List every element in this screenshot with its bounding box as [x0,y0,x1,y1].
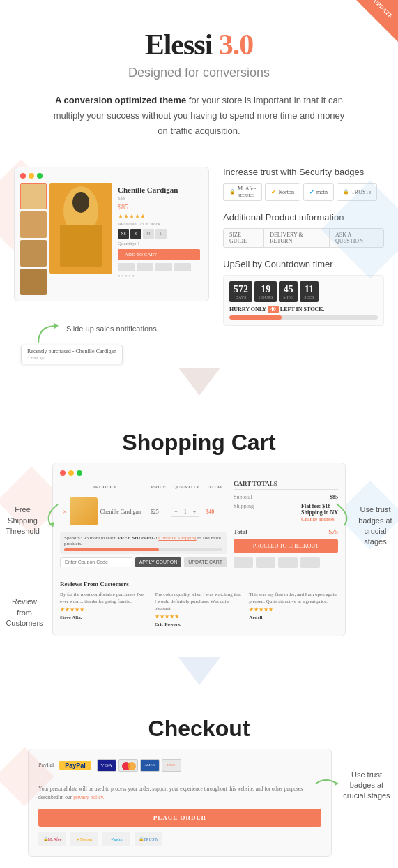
checkout-heading: Checkout [0,695,398,749]
remove-item-btn[interactable]: × [63,508,67,516]
main-product-image [49,183,112,274]
product-section: Chenille Cardigan $$$ $85 ★★★★★ Availabl… [0,153,398,357]
subtotal-value: $85 [330,494,338,500]
free-shipping-arrow [40,501,61,529]
hero-description: A conversion optimized theme for your st… [53,93,346,139]
svg-marker-8 [178,657,220,685]
hero-section: Elessi 3.0 Designed for conversions A co… [0,0,398,153]
privacy-policy-link[interactable]: privacy policy. [73,794,105,800]
badge-mcafee-label: McAfeeSECURE [238,186,256,198]
section-divider-1 [0,357,398,409]
cart-row-1: × Chenille Cardigan $25 − [61,495,225,528]
update-badge-label: UPDATE [372,0,394,20]
cart-browser-dots [60,470,338,476]
cart-content-wrapper: Free Shipping Threshold Use trust badges… [0,463,398,650]
paypal-btn[interactable]: PayPal [59,761,91,770]
thumbnail-column [20,183,47,295]
trust-badges-label: Use trust badges at crucial stages [353,504,398,548]
cart-two-col: PRODUCT PRICE QUANTITY TOTAL [60,480,338,570]
thumbnail-1 [20,183,47,209]
dot-yellow [29,173,34,179]
cart-product-img [70,497,98,525]
add-to-cart-btn[interactable]: ADD TO CART [118,249,200,260]
cart-total-row: Total $75 [234,525,338,535]
pay-icon-1 [118,263,135,271]
discover-icon: DISC [162,759,181,772]
dot-green [37,173,43,179]
free-shipping-msg: Spend $3.93 more to reach FREE SHIPPING!… [64,535,221,546]
checkout-badge-norton: ✔Norton [70,832,98,846]
stock-bar [229,315,378,320]
reviews-grid: By far the most comfortable purchases I'… [60,592,338,628]
truste-icon: 🔒 [343,189,349,195]
tab-size-guide[interactable]: SIZE GUIDE [224,229,264,247]
social-icons: ● ● ● ● ● [118,274,200,278]
continue-shopping-link[interactable]: Continue Shopping [158,535,196,541]
cardigan-svg [49,183,112,274]
countdown-days: 572 DAYS [229,281,252,302]
coupon-input[interactable] [60,557,132,567]
cart-price-cell: $25 [149,495,168,528]
dot-green-2 [77,470,82,476]
slide-up-notification: Recently purchased - Chenille Cardigan 5… [21,345,123,364]
pay-icon-3 [155,263,172,271]
payment-icons [118,263,200,271]
shipping-info: Flat fee: $18Shipping in NYChange addres… [301,503,338,522]
product-price: $85 [118,203,200,211]
size-m: M [143,229,154,239]
size-xs: XS [118,229,129,239]
review-1-text: By far the most comfortable purchases I'… [60,592,149,606]
pay-icon-4 [174,263,191,271]
browser-dots [20,173,203,179]
size-s: S [130,229,141,239]
product-details: Chenille Cardigan $$$ $85 ★★★★★ Availabl… [115,183,203,295]
place-order-btn[interactable]: PLACE ORDER [38,809,321,827]
hero-title-version: 3.0 [219,29,254,61]
cart-qty-cell: − 1 + [169,495,203,528]
checkout-content-wrapper: Use trust badges at crucial stages PayPa… [0,749,398,868]
slide-up-arrow-icon [35,319,63,347]
qty-plus-btn[interactable]: + [190,507,199,516]
mcafee-icon: 🔒 [229,189,236,195]
change-address-link[interactable]: Change address [301,516,335,522]
col-total: TOTAL [204,481,225,493]
dot-yellow-2 [68,470,74,476]
cart-right: CART TOTALS Subtotal $85 Shipping Flat f… [234,480,338,570]
cart-shipping-row: Shipping Flat fee: $18Shipping in NYChan… [234,503,338,522]
cart-left: PRODUCT PRICE QUANTITY TOTAL [60,480,227,570]
thumbnail-2 [20,211,47,238]
countdown-timer: 572 DAYS 19 HOURS 45 MINS [229,281,378,302]
checkout-section: Checkout Use trust badges at crucial sta… [0,695,398,868]
proceed-checkout-btn[interactable]: PROCEED TO CHECKOUT [234,539,338,553]
badge-mctn-label: mctn [316,189,328,195]
cart-badge-1 [234,557,253,568]
update-cart-btn[interactable]: UPDATE CART [184,557,227,567]
svg-marker-4 [54,323,59,329]
cart-product-cell: × Chenille Cardigan [61,495,148,528]
cart-heading: Shopping Cart [0,409,398,463]
subtotal-label: Subtotal [234,494,252,500]
quantity-label: Quantity: 1 [118,241,200,246]
trust-badge-arrow [334,501,355,529]
svg-marker-5 [178,368,220,396]
badge-norton-label: Norton [278,189,294,195]
product-name: Chenille Cardigan [118,186,200,194]
security-title: Increase trust with Security badges [223,167,384,177]
hero-desc-bold: A conversion optimized theme [55,95,186,105]
apply-coupon-btn[interactable]: APPLY COUPON [135,557,182,567]
paypal-row: PayPal PayPal VISA AMEX DISC [38,759,321,772]
countdown-timer-box: 572 DAYS 19 HOURS 45 MINS [223,275,384,326]
hero-subtitle: Designed for conversions [14,66,384,80]
qty-minus-btn[interactable]: − [171,507,181,516]
col-product: PRODUCT [61,481,148,493]
checkout-badge-truste: 🔒TRUSTe [135,832,162,846]
tab-delivery[interactable]: DELIVERY & RETURN [264,229,330,247]
checkout-divider [38,779,321,779]
cart-badge-3 [278,557,298,568]
card-icons-row: VISA AMEX DISC [97,759,181,772]
checkout-trust-badges: 🔒McAfee ✔Norton ✔mctn 🔒TRUSTe [38,832,321,846]
dot-red [20,173,26,179]
reviews-title: Reviews From Customers [60,581,338,588]
badge-mctn: ✔ mctn [303,183,334,201]
svg-marker-11 [335,781,339,786]
